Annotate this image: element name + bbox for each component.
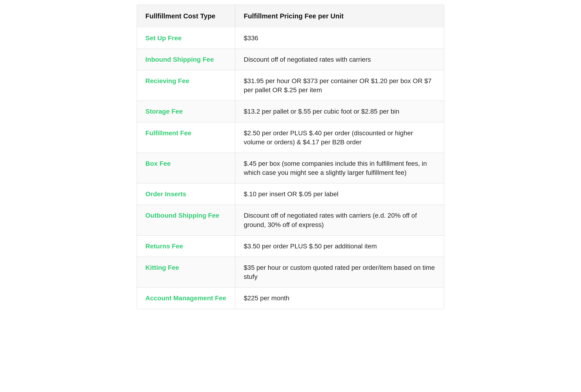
- fee-type-cell: Storage Fee: [137, 101, 235, 122]
- fee-description-cell: $225 per month: [235, 288, 444, 309]
- col2-header: Fulfillment Pricing Fee per Unit: [235, 5, 444, 27]
- fee-type-cell: Order Inserts: [137, 183, 235, 205]
- table-row: Recieving Fee$31.95 per hour OR $373 per…: [137, 70, 444, 100]
- fee-type-cell: Outbound Shipping Fee: [137, 205, 235, 235]
- fee-type-cell: Kitting Fee: [137, 257, 235, 288]
- fee-type-cell: Account Management Fee: [137, 288, 235, 309]
- fee-description-cell: $3.50 per order PLUS $.50 per additional…: [235, 235, 444, 257]
- fee-description-cell: $336: [235, 27, 444, 49]
- table-row: Box Fee$.45 per box (some companies incl…: [137, 153, 444, 183]
- fee-description-cell: $31.95 per hour OR $373 per container OR…: [235, 70, 444, 100]
- fee-description-cell: $.10 per insert OR $.05 per label: [235, 183, 444, 205]
- table-row: Outbound Shipping FeeDiscount off of neg…: [137, 205, 444, 235]
- col1-header: Fullfillment Cost Type: [137, 5, 235, 27]
- fee-description-cell: Discount off of negotiated rates with ca…: [235, 49, 444, 70]
- table-row: Returns Fee$3.50 per order PLUS $.50 per…: [137, 235, 444, 257]
- fee-type-cell: Fulfillment Fee: [137, 122, 235, 153]
- table-row: Order Inserts$.10 per insert OR $.05 per…: [137, 183, 444, 205]
- fee-description-cell: $13.2 per pallet or $.55 per cubic foot …: [235, 101, 444, 122]
- table-header-row: Fullfillment Cost Type Fulfillment Prici…: [137, 5, 444, 27]
- table-row: Kitting Fee$35 per hour or custom quoted…: [137, 257, 444, 288]
- fee-type-cell: Inbound Shipping Fee: [137, 49, 235, 70]
- table-row: Storage Fee$13.2 per pallet or $.55 per …: [137, 101, 444, 122]
- table-row: Inbound Shipping FeeDiscount off of nego…: [137, 49, 444, 70]
- fee-description-cell: Discount off of negotiated rates with ca…: [235, 205, 444, 235]
- fee-type-cell: Box Fee: [137, 153, 235, 183]
- fee-type-cell: Recieving Fee: [137, 70, 235, 100]
- fee-description-cell: $2.50 per order PLUS $.40 per order (dis…: [235, 122, 444, 153]
- fee-description-cell: $.45 per box (some companies include thi…: [235, 153, 444, 183]
- fee-type-cell: Set Up Free: [137, 27, 235, 49]
- fee-description-cell: $35 per hour or custom quoted rated per …: [235, 257, 444, 288]
- fulfillment-cost-table: Fullfillment Cost Type Fulfillment Prici…: [137, 5, 444, 309]
- table-row: Fulfillment Fee$2.50 per order PLUS $.40…: [137, 122, 444, 153]
- table-row: Account Management Fee$225 per month: [137, 288, 444, 309]
- table-row: Set Up Free$336: [137, 27, 444, 49]
- fee-type-cell: Returns Fee: [137, 235, 235, 257]
